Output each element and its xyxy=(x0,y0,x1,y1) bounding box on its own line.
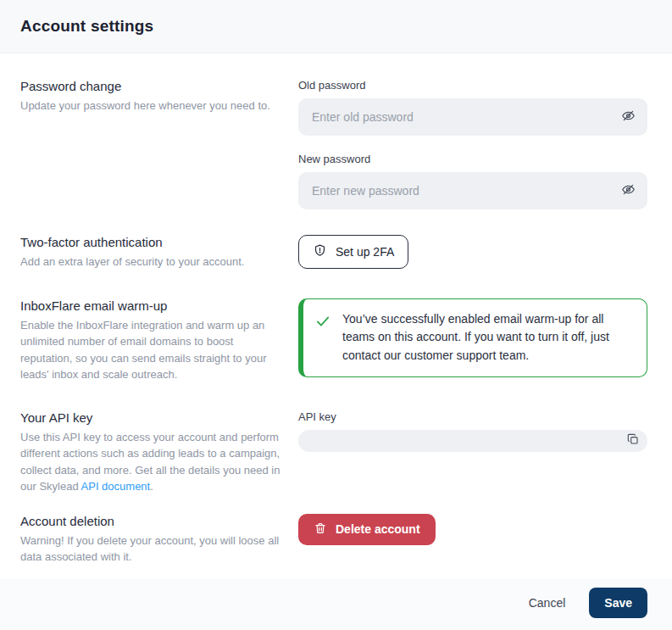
eye-off-icon xyxy=(620,181,636,200)
api-document-link[interactable]: API document xyxy=(81,480,151,493)
setup-2fa-button[interactable]: Set up 2FA xyxy=(298,235,408,269)
deletion-section-title: Account deletion xyxy=(20,514,285,528)
warmup-section-title: InboxFlare email warm-up xyxy=(20,298,285,313)
new-password-input[interactable] xyxy=(298,172,647,209)
delete-account-button[interactable]: Delete account xyxy=(298,514,436,545)
trash-icon xyxy=(314,521,327,538)
new-password-label: New password xyxy=(298,153,647,165)
warmup-alert-text: You’ve successfully enabled email warm-u… xyxy=(342,310,633,365)
section-email-warmup: InboxFlare email warm-up Enable the Inbo… xyxy=(0,298,672,383)
warmup-section-description: Enable the InboxFlare integration and wa… xyxy=(20,317,285,383)
api-key-label: API key xyxy=(298,410,647,423)
panel-header: Account settings xyxy=(0,0,672,53)
shield-icon xyxy=(313,243,327,260)
twofa-section-description: Add an extra layer of security to your a… xyxy=(20,254,285,270)
settings-body: Password change Update your password her… xyxy=(0,53,672,579)
copy-api-key-button[interactable] xyxy=(623,431,643,451)
deletion-section-description: Warning! If you delete your account, you… xyxy=(20,532,285,566)
save-button[interactable]: Save xyxy=(589,588,647,618)
password-section-title: Password change xyxy=(20,79,285,93)
eye-off-icon xyxy=(620,108,636,126)
copy-icon xyxy=(626,432,640,449)
checkmark-icon xyxy=(314,313,331,333)
section-password-change: Password change Update your password her… xyxy=(0,79,672,209)
api-key-input[interactable] xyxy=(298,430,647,452)
old-password-visibility-toggle[interactable] xyxy=(614,103,642,131)
cancel-button[interactable]: Cancel xyxy=(527,589,568,616)
panel-footer: Cancel Save xyxy=(0,579,672,630)
new-password-visibility-toggle[interactable] xyxy=(614,176,642,205)
api-section-description: Use this API key to access your account … xyxy=(20,429,285,495)
password-section-description: Update your password here whenever you n… xyxy=(20,98,285,114)
old-password-label: Old password xyxy=(298,79,647,92)
twofa-section-title: Two-factor authentication xyxy=(20,235,285,249)
account-settings-panel: Account settings Password change Update … xyxy=(0,0,672,630)
delete-account-label: Delete account xyxy=(336,522,420,536)
api-section-title: Your API key xyxy=(20,410,285,425)
setup-2fa-label: Set up 2FA xyxy=(336,245,394,259)
warmup-success-alert: You’ve successfully enabled email warm-u… xyxy=(298,298,647,377)
page-title: Account settings xyxy=(20,17,153,36)
section-account-deletion: Account deletion Warning! If you delete … xyxy=(0,514,672,566)
old-password-input[interactable] xyxy=(298,98,647,136)
section-two-factor: Two-factor authentication Add an extra l… xyxy=(0,235,672,270)
section-api-key: Your API key Use this API key to access … xyxy=(0,410,672,495)
